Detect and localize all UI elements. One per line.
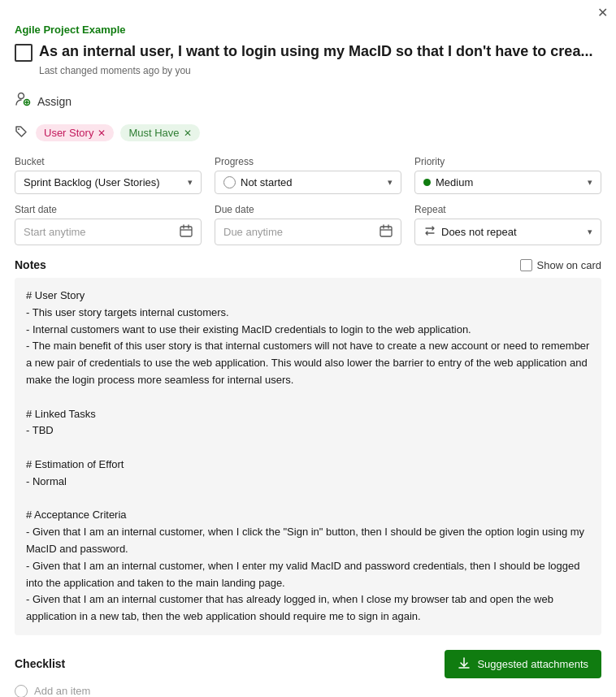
start-date-placeholder: Start anytime	[24, 226, 86, 238]
svg-point-0	[19, 93, 24, 99]
notes-section: Notes Show on card # User Story - This u…	[0, 255, 616, 642]
add-item-row[interactable]: Add an item	[15, 685, 601, 697]
bucket-value: Sprint Backlog (User Stories)	[24, 176, 183, 188]
suggested-attachments-button[interactable]: Suggested attachments	[445, 650, 601, 678]
breadcrumb: Agile Project Example	[0, 22, 616, 39]
due-date-calendar-icon	[380, 224, 393, 240]
svg-rect-9	[380, 227, 392, 236]
start-date-input[interactable]: Start anytime	[15, 219, 202, 245]
assign-label: Assign	[37, 95, 72, 108]
priority-select[interactable]: Medium ▾	[414, 171, 601, 194]
bucket-field: Bucket Sprint Backlog (User Stories) ▾	[15, 156, 202, 194]
priority-dot-icon	[423, 179, 431, 186]
progress-chevron-icon: ▾	[388, 177, 393, 188]
show-on-card-toggle[interactable]: Show on card	[520, 259, 602, 271]
due-date-input[interactable]: Due anytime	[215, 219, 401, 245]
assign-row[interactable]: Assign	[0, 84, 616, 119]
add-item-label: Add an item	[34, 685, 90, 697]
page-title: As an internal user, I want to login usi…	[39, 42, 592, 61]
priority-label: Priority	[414, 156, 601, 167]
fields-grid: Bucket Sprint Backlog (User Stories) ▾ P…	[0, 151, 616, 255]
task-icon	[15, 44, 33, 62]
suggested-attachments-icon	[458, 656, 471, 672]
top-bar: ✕	[0, 0, 616, 22]
checklist-label: Checklist	[15, 657, 65, 670]
tag-icon	[15, 125, 28, 141]
progress-field: Progress Not started ▾	[215, 156, 401, 194]
bucket-chevron-icon: ▾	[188, 177, 193, 188]
show-on-card-checkbox[interactable]	[520, 259, 532, 271]
show-on-card-label: Show on card	[537, 259, 602, 271]
progress-label: Progress	[215, 156, 401, 167]
svg-rect-5	[180, 227, 192, 236]
checklist-header: Checklist Suggested attachments	[15, 650, 601, 678]
start-date-label: Start date	[15, 204, 202, 215]
notes-content[interactable]: # User Story - This user story targets i…	[15, 278, 601, 635]
suggested-attachments-label: Suggested attachments	[477, 658, 588, 670]
bucket-select[interactable]: Sprint Backlog (User Stories) ▾	[15, 171, 202, 194]
repeat-value: Does not repeat	[441, 226, 517, 238]
bucket-label: Bucket	[15, 156, 202, 167]
add-item-radio-icon	[15, 685, 28, 697]
tag-must-have-close[interactable]: ✕	[184, 128, 192, 139]
tags-row: User Story ✕ Must Have ✕	[0, 119, 616, 151]
tag-must-have[interactable]: Must Have ✕	[120, 124, 199, 141]
start-date-calendar-icon	[180, 224, 193, 240]
checklist-section: Checklist Suggested attachments Add an i…	[0, 642, 616, 697]
repeat-select[interactable]: Does not repeat ▾	[414, 219, 601, 245]
tag-user-story[interactable]: User Story ✕	[36, 124, 114, 141]
assign-icon	[15, 91, 31, 111]
due-date-field: Due date Due anytime	[215, 204, 401, 245]
repeat-field: Repeat Does not repeat ▾	[414, 204, 601, 245]
repeat-label: Repeat	[414, 204, 601, 215]
last-changed-text: Last changed moments ago by you	[0, 63, 616, 84]
due-date-label: Due date	[215, 204, 401, 215]
not-started-circle-icon	[223, 176, 236, 188]
svg-point-4	[18, 128, 20, 130]
priority-inner: Medium	[423, 176, 583, 188]
repeat-icon	[423, 224, 436, 240]
start-date-field: Start date Start anytime	[15, 204, 202, 245]
progress-inner: Not started	[223, 176, 383, 188]
priority-chevron-icon: ▾	[588, 177, 592, 188]
tag-user-story-close[interactable]: ✕	[98, 128, 106, 139]
title-row: As an internal user, I want to login usi…	[0, 39, 616, 63]
progress-select[interactable]: Not started ▾	[215, 171, 401, 194]
priority-field: Priority Medium ▾	[414, 156, 601, 194]
repeat-chevron-icon: ▾	[588, 227, 592, 237]
notes-header: Notes Show on card	[15, 258, 601, 271]
due-date-placeholder: Due anytime	[223, 226, 283, 238]
notes-label: Notes	[15, 258, 46, 271]
close-icon[interactable]: ✕	[597, 5, 608, 20]
